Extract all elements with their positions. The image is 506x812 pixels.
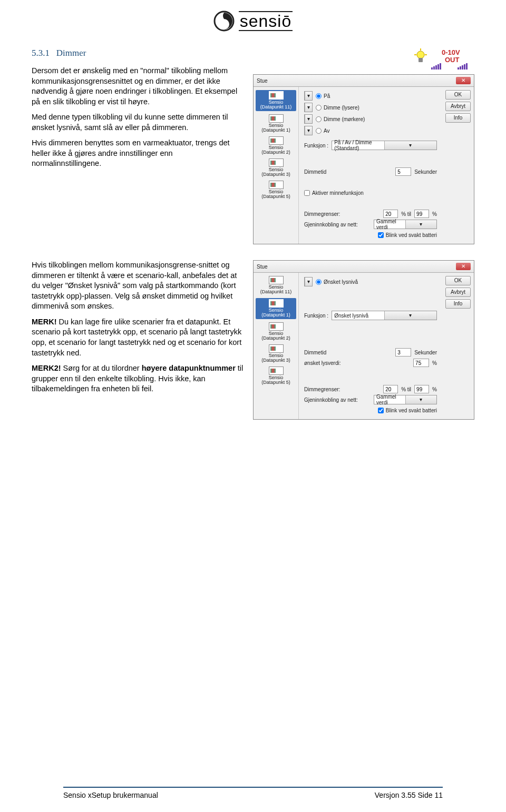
checkbox-minnefunksjon[interactable]: Aktiver minnefunksjon [304,188,437,197]
pct-label: % [432,360,437,366]
onsket-lysverdi-input[interactable] [413,359,429,367]
svg-rect-14 [458,67,459,70]
chevron-down-icon[interactable]: ▾ [384,311,436,320]
datapoint-item[interactable]: Sensio(Datapunkt 2) [256,322,296,341]
radio-paa[interactable]: På [316,93,330,99]
close-icon[interactable]: ✕ [456,77,471,84]
section-heading: 5.3.1 Dimmer [32,47,244,60]
checkbox-blink[interactable]: Blink ved svakt batteri [304,405,437,415]
datapoint-item[interactable]: Sensio(Datapunkt 11) [256,276,296,295]
close-icon[interactable]: ✕ [456,263,471,270]
pct-til-label: % til [401,387,411,392]
limit-high-input[interactable] [414,210,429,218]
chevron-down-icon[interactable]: ▾ [305,126,312,135]
device-icon [269,159,284,167]
gjeninnkobling-label: Gjeninnkobling av nett: [304,397,358,403]
device-icon [269,114,284,123]
datapoint-item[interactable]: Sensio(Datapunkt 2) [256,136,296,155]
svg-rect-9 [431,67,433,70]
chevron-down-icon[interactable]: ▾ [305,115,312,123]
radio-onsket-lysnivaa[interactable]: Ønsket lysnivå [316,279,358,285]
datapoint-item[interactable]: Sensio(Datapunkt 3) [256,344,296,363]
figure-column-2: Stue ✕ Sensio(Datapunkt 11) Sensio(Datap… [253,260,474,420]
dp-sub: (Datapunkt 1) [261,313,290,318]
svg-text:0-10V: 0-10V [442,48,460,56]
chevron-down-icon[interactable]: ▾ [384,141,436,150]
dimmetid-input[interactable] [395,348,411,357]
dimmegrenser-label: Dimmegrenser: [304,387,340,392]
gjeninnkobling-select[interactable]: Gammel verdi▾ [374,220,437,229]
dimmetid-input[interactable] [395,167,411,176]
info-button[interactable]: Info [445,299,471,309]
paragraph: MERK2! Sørg for at du tilordner høyere d… [32,363,244,394]
chevron-down-icon[interactable]: ▾ [305,103,312,112]
text-column-2: Hvis tilkoblingen mellom kommunikasjonsg… [32,260,244,420]
footer-right: Versjon 3.55 Side 11 [375,791,443,799]
dialog-titlebar: Stue ✕ [254,261,474,273]
svg-rect-11 [435,65,437,70]
datapoint-item[interactable]: Sensio(Datapunkt 1) [256,114,296,133]
paragraph: Med denne typen tilkobling vil du kunne … [32,112,244,133]
svg-rect-16 [462,65,463,70]
datapoint-item[interactable]: Sensio(Datapunkt 11) [256,90,296,111]
chevron-down-icon[interactable]: ▾ [405,220,437,229]
limit-low-input[interactable] [383,385,398,393]
radio-dimme-morkere[interactable]: Dimme (mørkere) [316,116,365,122]
datapoint-list: Sensio(Datapunkt 11) Sensio(Datapunkt 1)… [254,87,299,244]
ok-button[interactable]: OK [445,90,471,100]
svg-rect-18 [466,63,468,70]
text-column-1: 5.3.1 Dimmer Dersom det er ønskelig med … [32,47,244,244]
dialog-title: Stue [257,78,268,84]
dialog-titlebar: Stue ✕ [254,75,474,87]
page-footer: Sensio xSetup brukermanual Versjon 3.55 … [63,787,443,799]
dp-sub: (Datapunkt 3) [261,172,290,177]
logo: sensiō [213,11,293,32]
paragraph: MERK! Du kan lage fire ulike scenarier f… [32,317,244,358]
datapoint-item[interactable]: Sensio(Datapunkt 5) [256,181,296,200]
dialog-title: Stue [257,264,268,270]
dp-sub: (Datapunkt 3) [261,358,290,363]
radio-av[interactable]: Av [316,128,330,134]
cancel-button[interactable]: Avbryt [445,102,471,111]
gjeninnkobling-label: Gjeninnkobling av nett: [304,222,358,227]
logo-mark [213,11,235,32]
chevron-down-icon[interactable]: ▾ [305,278,312,286]
paragraph: Dersom det er ønskelig med en "normal" t… [32,66,244,107]
datapoint-item[interactable]: Sensio(Datapunkt 3) [256,159,296,177]
funksjon-select[interactable]: På / Av / Dimme (Standard)▾ [332,141,437,150]
funksjon-select[interactable]: Ønsket lysnivå▾ [332,311,437,320]
device-icon [269,367,284,375]
device-icon [269,344,284,353]
merk-label: MERK! [32,318,57,326]
limit-high-input[interactable] [414,385,429,393]
dp-sub: (Datapunkt 2) [261,336,290,341]
funksjon-label: Funksjon : [304,143,328,148]
ok-button[interactable]: OK [445,276,471,285]
funksjon-label: Funksjon : [304,313,328,319]
pct-til-label: % til [401,211,411,217]
datapoint-item[interactable]: Sensio(Datapunkt 1) [256,298,296,319]
section-title: Dimmer [56,48,86,58]
checkbox-blink[interactable]: Blink ved svakt batteri [304,230,437,240]
gjeninnkobling-select[interactable]: Gammel verdi▾ [374,395,437,404]
radio-dimme-lysere[interactable]: Dimme (lysere) [316,105,359,111]
device-icon [269,276,284,284]
chevron-down-icon[interactable]: ▾ [405,395,437,404]
footer-rule [63,787,443,788]
svg-rect-15 [460,66,461,70]
chevron-down-icon[interactable]: ▾ [305,92,312,100]
datapoint-list: Sensio(Datapunkt 11) Sensio(Datapunkt 1)… [254,273,299,419]
dp-sub: (Datapunkt 1) [261,128,290,133]
dialog-stue-1: Stue ✕ Sensio(Datapunkt 11) Sensio(Datap… [253,74,474,244]
info-button[interactable]: Info [445,113,471,123]
limit-low-input[interactable] [383,210,398,218]
dimmegrenser-label: Dimmegrenser: [304,211,340,217]
dp-sub: (Datapunkt 5) [261,380,290,385]
datapoint-item[interactable]: Sensio(Datapunkt 5) [256,367,296,385]
cancel-button[interactable]: Avbryt [445,288,471,297]
dp-sub: (Datapunkt 5) [261,194,290,199]
paragraph: Hvis tilkoblingen mellom kommunikasjonsg… [32,260,244,312]
device-icon [269,91,284,100]
dimmetid-label: Dimmetid [304,350,326,355]
device-icon [269,299,284,308]
